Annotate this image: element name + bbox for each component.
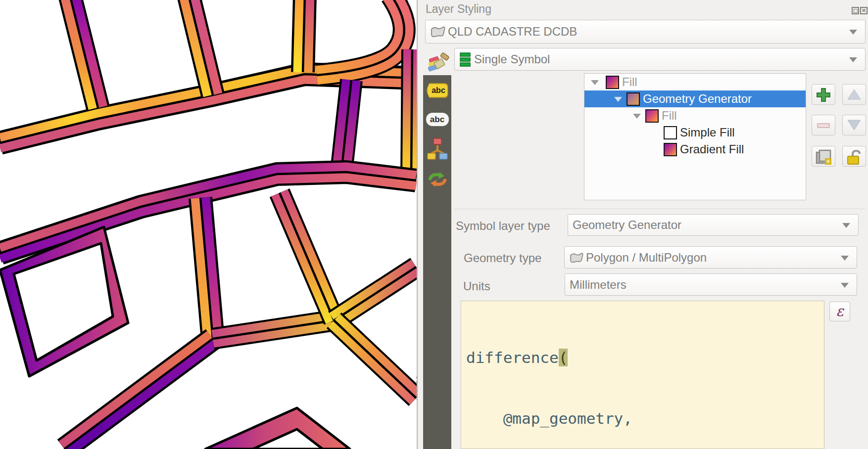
chevron-down-icon xyxy=(849,30,857,35)
polygon-geometry-icon xyxy=(569,252,584,264)
qgis-window: Layer Styling ✕ QLD CADASTRE DCDB xyxy=(0,0,868,449)
expand-arrow-icon[interactable] xyxy=(633,114,641,119)
styling-tab-strip: abc abc xyxy=(423,75,451,449)
down-arrow-icon xyxy=(847,118,862,132)
tab-labels[interactable]: abc xyxy=(427,83,448,98)
tree-row-label: Geometry Generator xyxy=(643,92,752,106)
geometry-type-label: Geometry type xyxy=(464,251,541,265)
simple-fill-preview xyxy=(664,126,677,139)
tab-symbology[interactable] xyxy=(427,50,451,72)
brushes-tree-icon xyxy=(426,137,449,162)
gradient-fill-preview xyxy=(606,76,619,89)
move-down-button[interactable] xyxy=(842,115,866,135)
tab-history[interactable] xyxy=(427,171,448,188)
symbol-layer-type-label: Symbol layer type xyxy=(456,219,550,233)
chevron-down-icon xyxy=(841,283,849,288)
renderer-selector[interactable]: Single Symbol xyxy=(454,48,866,71)
tree-row-simple-fill[interactable]: Simple Fill xyxy=(584,124,806,141)
duplicate-symbol-layer-button[interactable]: ✳ xyxy=(812,146,835,167)
abc-cloud-icon: abc xyxy=(430,115,444,125)
close-panel-icon[interactable]: ✕ xyxy=(860,7,868,14)
paintbrush-icon xyxy=(427,50,451,72)
tree-row-fill-child[interactable]: Fill xyxy=(584,107,806,124)
units-label: Units xyxy=(463,279,490,293)
units-value: Millimeters xyxy=(570,278,627,292)
polygon-layer-icon xyxy=(430,25,446,38)
tab-style-manager[interactable] xyxy=(426,137,449,162)
layer-selector-value: QLD CADASTRE DCDB xyxy=(448,25,577,39)
section-divider xyxy=(454,209,865,209)
panel-title: Layer Styling xyxy=(426,2,491,16)
map-canvas[interactable] xyxy=(0,0,417,449)
chevron-down-icon xyxy=(841,256,849,261)
expand-arrow-icon[interactable] xyxy=(591,80,599,85)
tree-row-fill-root[interactable]: Fill xyxy=(584,74,806,90)
green-plus-icon xyxy=(816,88,831,102)
tree-row-label: Simple Fill xyxy=(680,126,735,139)
tree-row-label: Gradient Fill xyxy=(680,142,744,156)
undo-redo-arrows-icon xyxy=(427,171,448,188)
geometry-type-value: Polygon / MultiPolygon xyxy=(586,251,707,265)
chevron-down-icon xyxy=(849,57,857,62)
up-arrow-icon xyxy=(847,88,862,101)
chevron-down-icon xyxy=(842,223,850,228)
remove-symbol-layer-button[interactable] xyxy=(812,115,835,135)
move-up-button[interactable] xyxy=(842,84,866,105)
add-symbol-layer-button[interactable] xyxy=(812,84,835,105)
geometry-type-select[interactable]: Polygon / MultiPolygon xyxy=(564,246,857,269)
layer-styling-panel: Layer Styling ✕ QLD CADASTRE DCDB xyxy=(418,0,868,449)
code-line: @map_geometry, xyxy=(466,408,824,429)
epsilon-icon: ε xyxy=(836,303,843,319)
layer-selector[interactable]: QLD CADASTRE DCDB xyxy=(425,20,866,44)
abc-tag-icon: abc xyxy=(432,86,445,95)
duplicate-pages-icon: ✳ xyxy=(815,149,832,165)
open-padlock-icon xyxy=(846,149,863,165)
geometry-expression-editor[interactable]: difference( @map_geometry, buffer(@map_g… xyxy=(461,301,824,449)
geometry-generator-preview xyxy=(627,92,640,106)
tree-row-label: Fill xyxy=(662,109,677,123)
gradient-fill-preview xyxy=(645,109,659,123)
lock-colors-button[interactable] xyxy=(842,146,866,167)
float-panel-icon[interactable] xyxy=(852,7,859,14)
code-line: difference( xyxy=(466,348,824,368)
minus-icon xyxy=(816,118,831,133)
tree-row-gradient-fill[interactable]: Gradient Fill xyxy=(584,141,806,158)
tree-row-label: Fill xyxy=(622,75,637,89)
tree-row-geometry-generator[interactable]: Geometry Generator xyxy=(584,90,806,107)
gradient-fill-preview xyxy=(664,143,677,156)
svg-text:✳: ✳ xyxy=(825,158,831,165)
expand-arrow-icon[interactable] xyxy=(614,97,622,102)
cadastre-map-rendering xyxy=(0,0,417,449)
renderer-selector-value: Single Symbol xyxy=(474,52,550,66)
single-symbol-icon xyxy=(459,52,471,67)
symbol-layers-tree: Fill Geometry Generator Fill Simple Fill… xyxy=(584,73,806,200)
units-select[interactable]: Millimeters xyxy=(565,273,857,296)
symbol-layer-type-value: Geometry Generator xyxy=(573,218,681,232)
tab-masks[interactable]: abc xyxy=(426,113,449,126)
symbol-layer-type-select[interactable]: Geometry Generator xyxy=(568,214,859,236)
expression-builder-button[interactable]: ε xyxy=(829,302,850,321)
